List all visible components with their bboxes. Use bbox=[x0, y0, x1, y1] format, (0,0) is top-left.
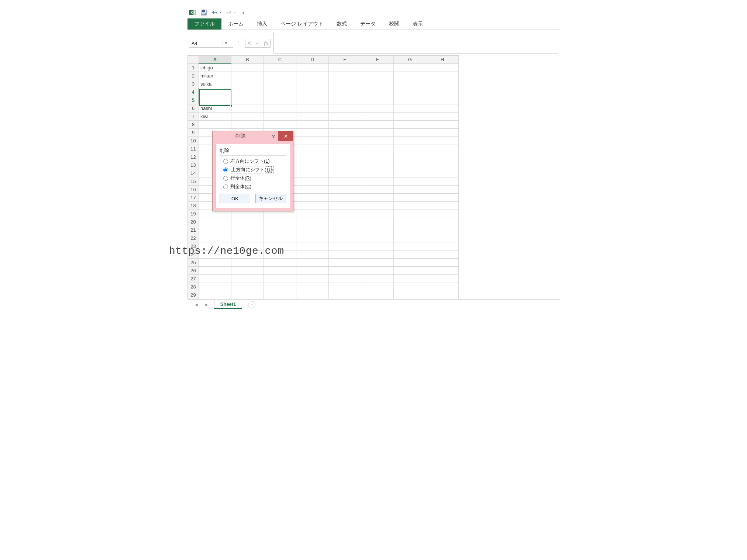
cell-B6[interactable] bbox=[231, 104, 264, 113]
cell-H17[interactable] bbox=[426, 194, 459, 202]
cell-E16[interactable] bbox=[329, 186, 361, 194]
cell-D5[interactable] bbox=[296, 96, 329, 104]
col-header-B[interactable]: B bbox=[231, 56, 264, 64]
name-box[interactable]: ▼ bbox=[189, 39, 233, 48]
row-header-6[interactable]: 6 bbox=[188, 104, 199, 113]
cell-C28[interactable] bbox=[264, 283, 296, 291]
cell-C8[interactable] bbox=[264, 121, 296, 129]
cell-D15[interactable] bbox=[296, 177, 329, 186]
cell-E28[interactable] bbox=[329, 283, 361, 291]
cell-F24[interactable] bbox=[361, 250, 394, 259]
cell-B8[interactable] bbox=[231, 121, 264, 129]
cell-H22[interactable] bbox=[426, 234, 459, 242]
cell-A29[interactable] bbox=[199, 291, 231, 299]
cell-C5[interactable] bbox=[264, 96, 296, 104]
cell-F19[interactable] bbox=[361, 210, 394, 218]
cell-D3[interactable] bbox=[296, 80, 329, 88]
cell-F22[interactable] bbox=[361, 234, 394, 242]
cell-B23[interactable] bbox=[231, 242, 264, 250]
cell-H20[interactable] bbox=[426, 218, 459, 226]
cell-E10[interactable] bbox=[329, 137, 361, 145]
delete-option-radio-2[interactable] bbox=[223, 176, 228, 181]
cell-D19[interactable] bbox=[296, 210, 329, 218]
cell-E3[interactable] bbox=[329, 80, 361, 88]
cell-H25[interactable] bbox=[426, 259, 459, 267]
cell-C21[interactable] bbox=[264, 226, 296, 234]
cell-H6[interactable] bbox=[426, 104, 459, 113]
cell-E22[interactable] bbox=[329, 234, 361, 242]
cell-C1[interactable] bbox=[264, 64, 296, 72]
ribbon-tab-7[interactable]: 表示 bbox=[406, 18, 430, 30]
row-header-10[interactable]: 10 bbox=[188, 137, 199, 145]
cell-H10[interactable] bbox=[426, 137, 459, 145]
cell-D14[interactable] bbox=[296, 169, 329, 177]
cell-G29[interactable] bbox=[394, 291, 426, 299]
cell-H26[interactable] bbox=[426, 267, 459, 275]
row-header-29[interactable]: 29 bbox=[188, 291, 199, 299]
row-header-7[interactable]: 7 bbox=[188, 113, 199, 121]
formula-bar[interactable] bbox=[273, 33, 558, 53]
cell-F13[interactable] bbox=[361, 161, 394, 169]
cell-D28[interactable] bbox=[296, 283, 329, 291]
cell-C24[interactable] bbox=[264, 250, 296, 259]
cell-C20[interactable] bbox=[264, 218, 296, 226]
cell-F15[interactable] bbox=[361, 177, 394, 186]
cell-D21[interactable] bbox=[296, 226, 329, 234]
cell-F8[interactable] bbox=[361, 121, 394, 129]
tab-scroll-left-icon[interactable]: ◄ bbox=[191, 302, 202, 307]
col-header-E[interactable]: E bbox=[329, 56, 361, 64]
cell-D18[interactable] bbox=[296, 202, 329, 210]
cell-D11[interactable] bbox=[296, 145, 329, 153]
cell-B22[interactable] bbox=[231, 234, 264, 242]
cell-E18[interactable] bbox=[329, 202, 361, 210]
cell-A8[interactable] bbox=[199, 121, 231, 129]
select-all-corner[interactable] bbox=[188, 56, 199, 64]
col-header-D[interactable]: D bbox=[296, 56, 329, 64]
cell-D22[interactable] bbox=[296, 234, 329, 242]
cell-G26[interactable] bbox=[394, 267, 426, 275]
cell-B26[interactable] bbox=[231, 267, 264, 275]
cell-H5[interactable] bbox=[426, 96, 459, 104]
cell-H9[interactable] bbox=[426, 129, 459, 137]
add-sheet-button[interactable]: ＋ bbox=[248, 301, 255, 308]
redo-dropdown-icon[interactable]: ▾ bbox=[234, 11, 235, 14]
cell-E5[interactable] bbox=[329, 96, 361, 104]
cell-C7[interactable] bbox=[264, 113, 296, 121]
cell-H21[interactable] bbox=[426, 226, 459, 234]
cell-A3[interactable]: suika bbox=[199, 80, 231, 88]
cell-D20[interactable] bbox=[296, 218, 329, 226]
cell-H19[interactable] bbox=[426, 210, 459, 218]
cell-B24[interactable] bbox=[231, 250, 264, 259]
cell-E27[interactable] bbox=[329, 275, 361, 283]
cell-D24[interactable] bbox=[296, 250, 329, 259]
row-header-13[interactable]: 13 bbox=[188, 161, 199, 169]
cell-A26[interactable] bbox=[199, 267, 231, 275]
col-header-G[interactable]: G bbox=[394, 56, 426, 64]
cell-E24[interactable] bbox=[329, 250, 361, 259]
cell-C27[interactable] bbox=[264, 275, 296, 283]
row-header-26[interactable]: 26 bbox=[188, 267, 199, 275]
cell-F2[interactable] bbox=[361, 72, 394, 80]
cell-A24[interactable] bbox=[199, 250, 231, 259]
cell-B7[interactable] bbox=[231, 113, 264, 121]
cell-D26[interactable] bbox=[296, 267, 329, 275]
cell-G21[interactable] bbox=[394, 226, 426, 234]
cell-D7[interactable] bbox=[296, 113, 329, 121]
fx-icon[interactable]: fx bbox=[264, 40, 269, 46]
cell-F9[interactable] bbox=[361, 129, 394, 137]
cell-E14[interactable] bbox=[329, 169, 361, 177]
delete-option-2[interactable]: 行全体(R) bbox=[223, 175, 286, 182]
cell-B21[interactable] bbox=[231, 226, 264, 234]
cell-E23[interactable] bbox=[329, 242, 361, 250]
cell-H29[interactable] bbox=[426, 291, 459, 299]
cell-G16[interactable] bbox=[394, 186, 426, 194]
cell-H16[interactable] bbox=[426, 186, 459, 194]
col-header-A[interactable]: A bbox=[199, 56, 231, 64]
cell-G15[interactable] bbox=[394, 177, 426, 186]
dialog-help-button[interactable]: ? bbox=[269, 134, 278, 139]
cell-E13[interactable] bbox=[329, 161, 361, 169]
cell-A20[interactable] bbox=[199, 218, 231, 226]
cell-D27[interactable] bbox=[296, 275, 329, 283]
row-header-18[interactable]: 18 bbox=[188, 202, 199, 210]
ribbon-tab-2[interactable]: 挿入 bbox=[250, 18, 274, 30]
